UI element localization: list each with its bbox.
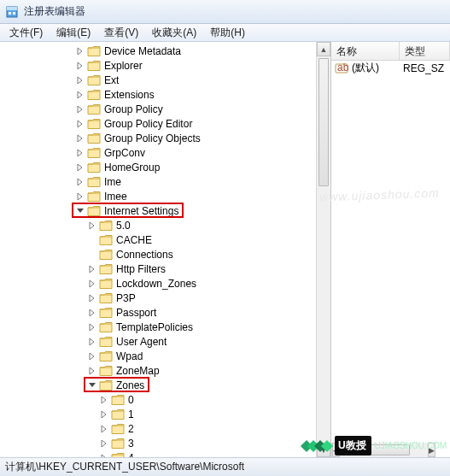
scroll-up-icon[interactable]: ▲ — [317, 42, 330, 56]
tree-item[interactable]: ZoneMap — [0, 363, 316, 378]
tree-item-label: 3 — [128, 438, 134, 450]
expander-closed-icon[interactable] — [87, 337, 97, 347]
expander-closed-icon[interactable] — [87, 366, 97, 376]
tree-item[interactable]: Zones — [0, 378, 316, 392]
expander-closed-icon[interactable] — [75, 46, 85, 56]
value-type: REG_SZ — [403, 62, 444, 74]
tree-item[interactable]: TemplatePolicies — [0, 320, 316, 334]
status-path: 计算机\HKEY_CURRENT_USER\Software\Microsoft — [5, 460, 244, 474]
col-type[interactable]: 类型 — [400, 42, 450, 60]
tree-item[interactable]: GrpConv — [0, 145, 316, 160]
menu-edit[interactable]: 编辑(E) — [50, 24, 96, 42]
tree-item[interactable]: Group Policy Editor — [0, 116, 316, 131]
menu-favorites[interactable]: 收藏夹(A) — [146, 24, 202, 42]
menu-file[interactable]: 文件(F) — [3, 24, 49, 42]
expander-closed-icon[interactable] — [87, 351, 97, 361]
expander-closed-icon[interactable] — [87, 220, 97, 231]
tree-item[interactable]: Group Policy — [0, 102, 316, 116]
tree-item[interactable]: Imee — [0, 189, 316, 203]
tree-item-label: Zones — [116, 379, 144, 391]
folder-icon — [111, 423, 125, 435]
folder-icon — [87, 74, 101, 86]
registry-tree[interactable]: Device MetadataExplorerExtExtensionsGrou… — [0, 42, 316, 457]
list-scrollbar-h[interactable]: ◀ ▶ — [331, 443, 435, 457]
tree-item[interactable]: Http Filters — [0, 262, 316, 276]
expander-closed-icon[interactable] — [75, 191, 85, 202]
expander-closed-icon[interactable] — [75, 75, 85, 85]
expander-closed-icon[interactable] — [99, 424, 109, 434]
folder-icon — [111, 408, 125, 420]
expander-closed-icon[interactable] — [87, 279, 97, 289]
tree-item[interactable]: Explorer — [0, 58, 316, 73]
folder-icon — [99, 292, 113, 304]
tree-item[interactable]: 2 — [0, 421, 316, 436]
tree-scrollbar-v[interactable]: ▲ ▼ — [316, 42, 330, 457]
menu-help[interactable]: 帮助(H) — [204, 24, 251, 42]
tree-item-label: Group Policy — [104, 103, 163, 115]
col-name[interactable]: 名称 — [331, 42, 400, 60]
tree-item[interactable]: Ime — [0, 174, 316, 189]
folder-icon — [99, 220, 113, 232]
tree-item[interactable]: P3P — [0, 291, 316, 305]
tree-item[interactable]: CACHE — [0, 232, 316, 247]
expander-closed-icon[interactable] — [87, 264, 97, 274]
folder-icon — [99, 278, 113, 290]
tree-item[interactable]: 4 — [0, 450, 316, 457]
tree-item[interactable]: 0 — [0, 392, 316, 407]
svg-text:ab: ab — [337, 62, 348, 73]
tree-item-label: Explorer — [104, 60, 143, 72]
expander-closed-icon[interactable] — [87, 322, 97, 332]
tree-item-label: CACHE — [116, 234, 152, 246]
expander-closed-icon[interactable] — [99, 409, 109, 420]
menu-bar: 文件(F) 编辑(E) 查看(V) 收藏夹(A) 帮助(H) — [0, 24, 450, 42]
tree-item[interactable]: 5.0 — [0, 218, 316, 232]
tree-item[interactable]: 3 — [0, 436, 316, 450]
tree-item-label: 2 — [128, 423, 134, 435]
expander-closed-icon[interactable] — [75, 148, 85, 158]
tree-item[interactable]: Passport — [0, 305, 316, 320]
expander-open-icon[interactable] — [87, 380, 97, 391]
tree-item-label: Http Filters — [116, 263, 166, 275]
tree-item-label: Internet Settings — [104, 205, 178, 217]
expander-closed-icon[interactable] — [75, 162, 85, 173]
window-title: 注册表编辑器 — [24, 4, 85, 19]
folder-icon — [87, 132, 101, 144]
scroll-down-icon[interactable]: ▼ — [317, 443, 330, 457]
tree-item[interactable]: Ext — [0, 73, 316, 87]
status-bar: 计算机\HKEY_CURRENT_USER\Software\Microsoft — [0, 457, 450, 476]
tree-item[interactable]: User Agent — [0, 334, 316, 349]
expander-closed-icon[interactable] — [99, 395, 109, 405]
tree-item[interactable]: Lockdown_Zones — [0, 276, 316, 291]
expander-closed-icon[interactable] — [99, 438, 109, 449]
expander-closed-icon[interactable] — [75, 133, 85, 144]
tree-item-label: TemplatePolicies — [116, 321, 193, 333]
expander-closed-icon[interactable] — [75, 61, 85, 71]
expander-closed-icon[interactable] — [87, 293, 97, 303]
tree-item[interactable]: Wpad — [0, 349, 316, 363]
menu-view[interactable]: 查看(V) — [98, 24, 144, 42]
value-name: (默认) — [352, 61, 403, 75]
tree-item[interactable]: Internet Settings — [0, 203, 316, 218]
tree-item[interactable]: Group Policy Objects — [0, 131, 316, 145]
tree-item-label: Lockdown_Zones — [116, 278, 196, 290]
scroll-thumb[interactable] — [319, 58, 329, 186]
expander-closed-icon[interactable] — [75, 119, 85, 129]
tree-item-label: 0 — [128, 394, 134, 406]
folder-icon — [87, 176, 101, 188]
scroll-right-icon[interactable]: ▶ — [428, 443, 435, 457]
scroll-thumb[interactable] — [342, 444, 410, 455]
tree-item[interactable]: Extensions — [0, 87, 316, 102]
tree-item[interactable]: HomeGroup — [0, 160, 316, 174]
tree-item-label: HomeGroup — [104, 162, 160, 173]
expander-closed-icon[interactable] — [75, 177, 85, 187]
expander-closed-icon[interactable] — [87, 308, 97, 318]
tree-item[interactable]: 1 — [0, 407, 316, 421]
list-row[interactable]: ab (默认) REG_SZ — [331, 61, 450, 75]
tree-item[interactable]: Device Metadata — [0, 44, 316, 58]
expander-open-icon[interactable] — [75, 206, 85, 216]
expander-closed-icon[interactable] — [75, 90, 85, 100]
scroll-left-icon[interactable]: ◀ — [332, 443, 340, 457]
expander-closed-icon[interactable] — [75, 104, 85, 115]
folder-icon — [87, 162, 101, 173]
tree-item[interactable]: Connections — [0, 247, 316, 262]
